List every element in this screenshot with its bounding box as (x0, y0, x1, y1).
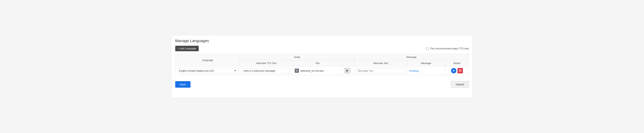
play-button[interactable] (344, 68, 350, 74)
svg-rect-2 (297, 70, 298, 71)
bottom-row: Save Cancel (175, 81, 469, 88)
col-header-alternate-tts: Alternate TTS Text (240, 60, 293, 66)
greeting-link[interactable]: Greeting (409, 69, 418, 72)
message-text-input[interactable] (356, 68, 405, 74)
svg-rect-10 (460, 69, 460, 70)
col-header-language: Language (176, 54, 240, 66)
tts-cell (240, 66, 293, 75)
play-cell (342, 66, 354, 75)
page-title: Manage Languages (175, 39, 469, 43)
waveform-icon (296, 70, 298, 72)
language-cell: English (United States) (en-US) (176, 66, 240, 75)
tts-only-checkbox[interactable] (426, 47, 429, 50)
col-header-message: Message (407, 60, 445, 66)
manage-languages-container: Manage Languages + Add Language This ann… (171, 35, 473, 98)
col-header-play (342, 60, 354, 66)
alt-text-cell (354, 66, 407, 75)
add-language-button[interactable]: + Add Language (175, 46, 199, 51)
file-name-text: welcome_en-US.wav (300, 69, 324, 72)
delete-cell (445, 66, 468, 75)
svg-rect-9 (459, 70, 461, 70)
play-icon (346, 70, 348, 72)
file-display: welcome_en-US.wav (295, 69, 340, 73)
plus-icon (452, 69, 455, 72)
tts-only-text: This announcement plays TTS only (430, 47, 469, 50)
col-header-delete: Delete (445, 60, 468, 66)
tts-text-input[interactable] (242, 68, 291, 74)
language-table: Language Audio Message Alternate TTS Tex… (175, 54, 469, 75)
file-cell: welcome_en-US.wav (292, 66, 342, 75)
group-header-audio: Audio (240, 54, 354, 60)
col-header-alternate-text: Alternate Text (354, 60, 407, 66)
action-buttons (447, 68, 467, 73)
trash-icon (459, 69, 461, 72)
add-row-button[interactable] (451, 68, 456, 73)
file-type-icon (295, 69, 299, 73)
group-header-message: Message (354, 54, 468, 60)
svg-rect-5 (452, 71, 455, 71)
save-button[interactable]: Save (175, 81, 190, 88)
tts-only-label: This announcement plays TTS only (426, 47, 469, 50)
top-row: + Add Language This announcement plays T… (175, 46, 469, 51)
svg-rect-1 (296, 70, 297, 71)
svg-rect-8 (460, 70, 460, 71)
svg-rect-0 (296, 70, 296, 71)
col-header-file: File (292, 60, 342, 66)
svg-marker-3 (346, 70, 348, 72)
message-cell: Greeting (407, 66, 445, 75)
svg-rect-7 (460, 70, 460, 71)
svg-rect-6 (459, 70, 461, 72)
language-select[interactable]: English (United States) (en-US) (177, 68, 238, 74)
delete-row-button[interactable] (458, 68, 463, 73)
cancel-button[interactable]: Cancel (451, 81, 469, 88)
table-row: English (United States) (en-US) (176, 66, 469, 75)
